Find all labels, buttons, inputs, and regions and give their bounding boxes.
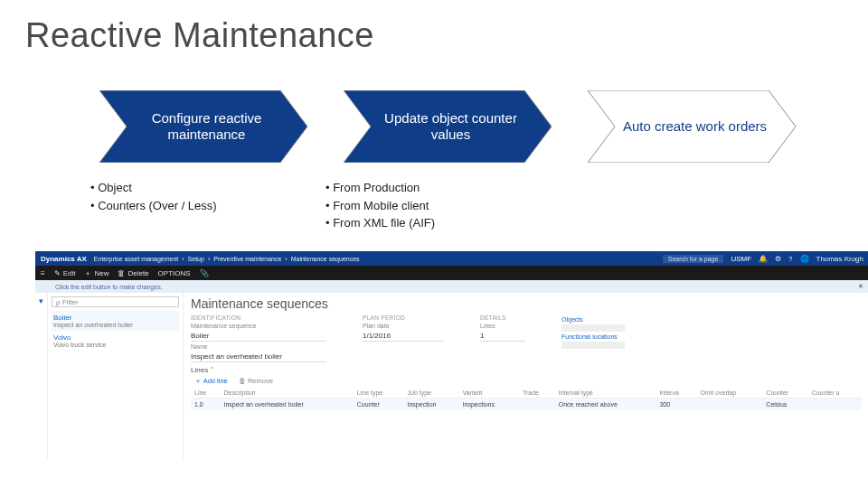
chevron-label: Auto create work orders: [619, 90, 770, 163]
new-button[interactable]: ＋New: [84, 268, 108, 278]
bullet-item: Object: [90, 179, 298, 197]
chevron-update: Update object counter values: [344, 90, 552, 163]
field-value[interactable]: Inspect an overheated boiler: [191, 352, 326, 362]
filter-input[interactable]: ρ Filter: [52, 296, 179, 307]
cell[interactable]: Counter: [354, 399, 404, 411]
cell[interactable]: 300: [656, 399, 696, 411]
breadcrumb-item[interactable]: Setup: [188, 256, 204, 262]
menu-button[interactable]: ≡: [41, 269, 45, 277]
page-title: Maintenance sequences: [191, 296, 862, 311]
field-label: Lines: [480, 323, 525, 329]
chevron-up-icon: ˄: [211, 367, 214, 374]
delete-button[interactable]: 🗑Delete: [118, 269, 148, 277]
col-header[interactable]: Counter u: [808, 388, 862, 399]
list-item[interactable]: Boiler Inspect an overheated boiler: [52, 311, 179, 331]
dynamics-ax-window: Dynamics AX Enterprise asset management›…: [35, 251, 868, 459]
process-chevrons: Configure reactive maintenance Update ob…: [99, 90, 796, 163]
lines-section-header[interactable]: Lines ˄: [191, 366, 862, 374]
table-row[interactable]: 1.0 Inspect an overheated boiler Counter…: [191, 399, 862, 411]
remove-line-button[interactable]: 🗑 Remove: [239, 377, 273, 386]
col-header[interactable]: Trade: [519, 388, 555, 399]
add-line-button[interactable]: ＋ Add line: [194, 377, 228, 386]
app-title-bar: Dynamics AX Enterprise asset management›…: [35, 251, 868, 266]
col-header[interactable]: Counter: [762, 388, 807, 399]
field-label: Maintenance sequence: [191, 323, 326, 329]
bell-icon[interactable]: 🔔: [759, 255, 768, 263]
search-input[interactable]: Search for a page: [663, 255, 724, 263]
field-value[interactable]: Boiler: [191, 331, 326, 342]
col-header[interactable]: Interva: [656, 388, 696, 399]
cell[interactable]: 1.0: [191, 399, 220, 411]
chevron-label: Configure reactive maintenance: [131, 90, 282, 163]
lines-grid: Line Description Line type Job type Vari…: [191, 388, 862, 410]
globe-icon[interactable]: 🌐: [800, 255, 809, 263]
bullet-item: From XML file (AIF): [326, 214, 533, 232]
action-toolbar: ≡ ✎Edit ＋New 🗑Delete OPTIONS 📎: [35, 266, 868, 280]
slide-title: Reactive Maintenance: [25, 16, 374, 55]
gear-icon[interactable]: ⚙: [775, 255, 781, 263]
section-label: DETAILS: [480, 314, 525, 321]
cell[interactable]: Inspection: [404, 399, 459, 411]
chevron-configure: Configure reactive maintenance: [99, 90, 307, 163]
locations-link[interactable]: Functional locations: [561, 333, 625, 340]
bullets-col-1: Object Counters (Over / Less): [90, 179, 298, 232]
chevron-auto-create: Auto create work orders: [588, 90, 796, 163]
edit-button[interactable]: ✎Edit: [54, 269, 76, 277]
nav-rail: ▾: [35, 293, 48, 459]
field-value: 1: [480, 331, 525, 342]
bullet-columns: Object Counters (Over / Less) From Produ…: [90, 179, 533, 232]
cell[interactable]: Once reached above: [555, 399, 656, 411]
breadcrumb[interactable]: Enterprise asset management› Setup› Prev…: [94, 256, 360, 262]
cell[interactable]: Inspect an overheated boiler: [220, 399, 353, 411]
section-label: IDENTIFICATION: [191, 314, 326, 321]
cell[interactable]: [519, 399, 555, 411]
filter-icon[interactable]: ▾: [39, 296, 43, 305]
cell[interactable]: Celsius: [762, 399, 807, 411]
col-header[interactable]: Variant: [459, 388, 519, 399]
list-item[interactable]: Volvo Volvo truck service: [52, 331, 179, 351]
app-brand: Dynamics AX: [41, 255, 87, 263]
breadcrumb-item[interactable]: Enterprise asset management: [94, 256, 178, 262]
breadcrumb-item[interactable]: Preventive maintenance: [213, 256, 281, 262]
field-value[interactable]: 1/1/2016: [363, 331, 444, 342]
info-bar: Click the edit button to make changes. ✕: [35, 280, 868, 293]
col-header[interactable]: Line: [191, 388, 220, 399]
cell[interactable]: [696, 399, 762, 411]
breadcrumb-item[interactable]: Maintenance sequences: [291, 256, 360, 262]
bullet-item: From Mobile client: [326, 197, 533, 215]
company-label[interactable]: USMF: [731, 255, 751, 263]
objects-link[interactable]: Objects: [561, 316, 625, 323]
field-label: Plan date: [363, 323, 444, 329]
bullets-col-2: From Production From Mobile client From …: [326, 179, 533, 232]
bullet-item: From Production: [326, 179, 533, 197]
chevron-label: Update object counter values: [375, 90, 526, 163]
table-header-row: Line Description Line type Job type Vari…: [191, 388, 862, 399]
attach-icon[interactable]: 📎: [200, 269, 209, 277]
close-icon[interactable]: ✕: [858, 283, 863, 290]
col-header[interactable]: Interval type: [555, 388, 656, 399]
col-header[interactable]: Line type: [354, 388, 404, 399]
cell[interactable]: [808, 399, 862, 411]
help-icon[interactable]: ?: [788, 255, 792, 263]
col-header[interactable]: Omit overlap: [696, 388, 762, 399]
options-button[interactable]: OPTIONS: [158, 269, 191, 277]
user-name[interactable]: Thomas Krogh: [816, 255, 863, 263]
cell[interactable]: Inspections: [459, 399, 519, 411]
record-list: ρ Filter Boiler Inspect an overheated bo…: [48, 293, 184, 459]
info-text: Click the edit button to make changes.: [55, 284, 163, 290]
field-label: Name: [191, 343, 326, 350]
col-header[interactable]: Job type: [404, 388, 459, 399]
bullet-item: Counters (Over / Less): [90, 197, 298, 215]
section-label: PLAN PERIOD: [363, 314, 444, 321]
col-header[interactable]: Description: [220, 388, 353, 399]
main-panel: Maintenance sequences IDENTIFICATION Mai…: [184, 293, 868, 459]
